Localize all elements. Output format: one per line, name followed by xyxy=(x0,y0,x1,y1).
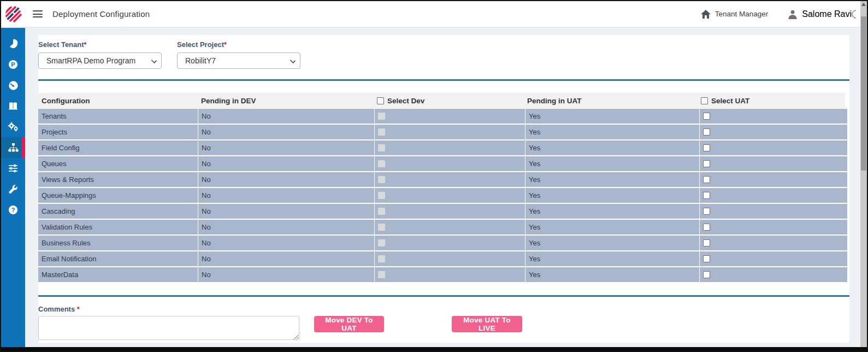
sidebar-item-dashboard[interactable] xyxy=(1,75,25,96)
select-dev-checkbox xyxy=(378,160,385,167)
column-header-pending-uat: Pending in UAT xyxy=(524,97,698,105)
table-row: Email Notification No Yes xyxy=(38,251,845,266)
scroll-up-arrow-icon[interactable] xyxy=(861,3,866,6)
app-logo[interactable] xyxy=(1,5,26,24)
select-tenant-label: Select Tenant* xyxy=(38,40,162,49)
pending-uat-cell: Yes xyxy=(525,204,699,219)
select-uat-cell xyxy=(700,220,847,234)
pending-dev-cell: No xyxy=(198,251,374,266)
table-row: Tenants No Yes xyxy=(38,109,845,124)
sidebar-item-help[interactable]: ? xyxy=(1,200,25,220)
table-body: Tenants No Yes Projects No Yes Field Con… xyxy=(38,109,845,282)
page-title: Deployment Configuration xyxy=(52,9,150,19)
pending-dev-cell: No xyxy=(198,109,374,124)
pending-uat-cell: Yes xyxy=(525,188,699,203)
pending-uat-cell: Yes xyxy=(525,156,699,171)
table-row: Business Rules No Yes xyxy=(38,236,845,250)
menu-toggle-icon[interactable] xyxy=(33,10,43,17)
select-dev-cell xyxy=(375,125,525,139)
tenant-manager-label: Tenant Manager xyxy=(715,10,769,18)
configuration-table: Configuration Pending in DEV Select Dev … xyxy=(38,93,845,282)
select-dev-cell xyxy=(375,109,525,124)
config-name-cell: Email Notification xyxy=(38,251,198,266)
table-row: Projects No Yes xyxy=(38,125,845,139)
pending-uat-cell: Yes xyxy=(525,236,699,250)
move-dev-to-uat-button[interactable]: Move DEV To UAT xyxy=(314,316,384,332)
select-dev-cell xyxy=(375,188,525,203)
config-name-cell: Validation Rules xyxy=(38,220,198,234)
comments-label: Comments * xyxy=(38,305,80,313)
select-uat-cell xyxy=(700,236,847,250)
tenant-select[interactable]: SmartRPA Demo Program xyxy=(38,52,162,69)
select-dev-checkbox xyxy=(378,255,385,262)
scrollbar-thumb[interactable] xyxy=(861,16,866,171)
sidebar-item-preferences[interactable] xyxy=(1,158,25,179)
sidebar-item-deployment[interactable] xyxy=(1,137,25,158)
pending-dev-cell: No xyxy=(198,156,374,171)
project-select[interactable]: RobilitY7 xyxy=(177,52,300,69)
select-uat-checkbox[interactable] xyxy=(703,144,710,151)
select-uat-cell xyxy=(700,204,847,219)
select-uat-cell xyxy=(700,156,847,171)
select-uat-checkbox[interactable] xyxy=(703,113,710,120)
config-name-cell: Field Config xyxy=(38,140,198,155)
config-name-cell: Queue-Mappings xyxy=(38,188,198,203)
sliders-icon xyxy=(8,164,18,173)
dashboard-gauge-icon xyxy=(8,80,19,91)
select-uat-checkbox[interactable] xyxy=(703,192,710,199)
config-name-cell: Projects xyxy=(38,125,198,139)
select-uat-checkbox[interactable] xyxy=(703,239,710,247)
pending-dev-cell: No xyxy=(198,188,374,203)
wrench-icon xyxy=(9,185,18,194)
sidebar-item-tools[interactable] xyxy=(1,179,25,200)
table-row: Views & Reports No Yes xyxy=(38,172,845,187)
vertical-scrollbar[interactable] xyxy=(860,1,867,347)
select-dev-checkbox xyxy=(378,128,385,136)
select-uat-checkbox[interactable] xyxy=(703,208,710,215)
table-row: Queues No Yes xyxy=(38,156,845,171)
select-uat-cell xyxy=(700,251,847,266)
top-header: Deployment Configuration Tenant Manager … xyxy=(1,1,867,27)
brand-logo-icon xyxy=(4,5,23,24)
pending-dev-cell: No xyxy=(198,220,374,234)
required-asterisk: * xyxy=(84,40,87,49)
comments-textarea[interactable] xyxy=(38,316,299,340)
app-window: Deployment Configuration Tenant Manager … xyxy=(0,0,868,352)
pending-uat-cell: Yes xyxy=(525,109,699,124)
select-uat-checkbox[interactable] xyxy=(703,176,710,183)
table-header-row: Configuration Pending in DEV Select Dev … xyxy=(38,93,845,108)
select-uat-checkbox[interactable] xyxy=(703,271,710,278)
column-header-select-dev: Select Dev xyxy=(374,97,524,105)
sidebar-item-settings[interactable] xyxy=(1,116,25,137)
select-dev-cell xyxy=(375,236,525,250)
main-content: Select Tenant* SmartRPA Demo Program Sel… xyxy=(25,28,860,347)
select-dev-checkbox xyxy=(378,113,385,120)
select-uat-checkbox[interactable] xyxy=(703,160,710,167)
config-name-cell: Tenants xyxy=(38,109,198,124)
home-icon xyxy=(701,10,711,19)
svg-text:?: ? xyxy=(11,207,15,213)
pending-dev-cell: No xyxy=(198,236,374,250)
pending-dev-cell: No xyxy=(198,125,374,139)
section-divider-top xyxy=(38,79,849,81)
pending-dev-cell: No xyxy=(198,172,374,187)
select-uat-checkbox[interactable] xyxy=(703,128,710,136)
user-menu[interactable]: Salome Ravi xyxy=(788,9,852,19)
config-name-cell: Cascading xyxy=(38,204,198,219)
pending-uat-cell: Yes xyxy=(525,172,699,187)
select-uat-checkbox[interactable] xyxy=(703,255,710,262)
move-uat-to-live-button[interactable]: Move UAT To LIVE xyxy=(452,316,522,332)
table-row: Field Config No Yes xyxy=(38,140,845,155)
select-all-dev-checkbox[interactable] xyxy=(377,97,384,104)
config-name-cell: Views & Reports xyxy=(38,172,198,187)
column-header-pending-dev: Pending in DEV xyxy=(198,97,374,105)
sidebar-item-knowledge[interactable] xyxy=(1,96,25,116)
sidebar-item-process[interactable]: P xyxy=(1,54,25,75)
sidebar-item-analytics[interactable] xyxy=(1,33,25,54)
table-row: Queue-Mappings No Yes xyxy=(38,188,845,203)
select-all-uat-checkbox[interactable] xyxy=(701,97,708,104)
tenant-manager-link[interactable]: Tenant Manager xyxy=(701,10,769,19)
config-name-cell: MasterData xyxy=(38,267,198,282)
select-uat-checkbox[interactable] xyxy=(703,224,710,231)
select-dev-cell xyxy=(375,172,525,187)
